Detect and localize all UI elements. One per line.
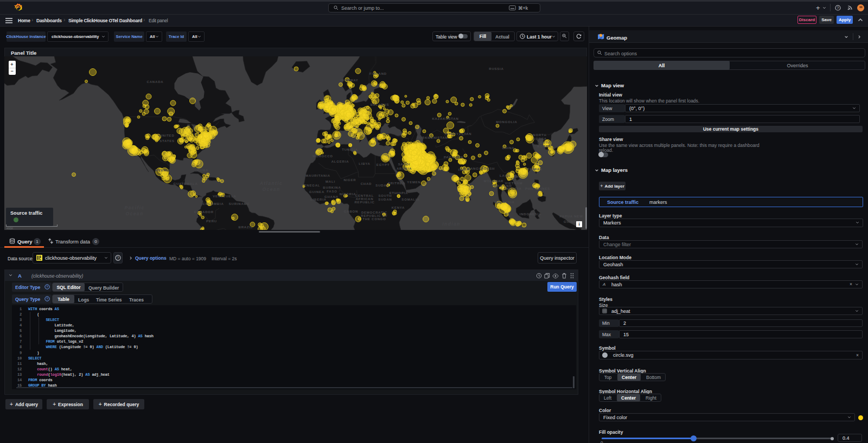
svg-text:?: ?	[46, 285, 48, 288]
svg-text:REPUBLIC: REPUBLIC	[354, 201, 374, 204]
svg-text:MYANMAR: MYANMAR	[484, 179, 503, 183]
svg-text:?: ?	[837, 6, 839, 10]
svg-text:MEXICO: MEXICO	[155, 169, 170, 172]
svg-text:CHINA: CHINA	[502, 146, 515, 150]
svg-text:UNITED: UNITED	[159, 134, 174, 137]
svg-text:CANADA: CANADA	[147, 80, 164, 84]
svg-text:SOMALIA: SOMALIA	[401, 198, 419, 201]
svg-text:FASO: FASO	[327, 190, 337, 193]
svg-text:PAPUA NEW: PAPUA NEW	[559, 215, 583, 218]
svg-text:STATES: STATES	[159, 139, 175, 143]
svg-text:SOUTH: SOUTH	[379, 194, 392, 197]
svg-text:BELARUS: BELARUS	[371, 103, 390, 106]
svg-text:ECUADOR: ECUADOR	[194, 210, 214, 214]
svg-text:Indian: Indian	[442, 221, 460, 227]
svg-text:MALI: MALI	[326, 180, 335, 183]
svg-text:Atlantic: Atlantic	[259, 181, 283, 186]
svg-text:MOROCCO: MOROCCO	[312, 155, 333, 158]
svg-text:GUINEA: GUINEA	[309, 190, 324, 194]
svg-text:ERITREA: ERITREA	[388, 182, 405, 185]
svg-text:GABON: GABON	[344, 210, 358, 213]
svg-text:GHANA: GHANA	[324, 195, 339, 198]
svg-text:SAUDI: SAUDI	[398, 163, 411, 166]
svg-text:CHAD: CHAD	[361, 182, 372, 185]
svg-text:CUBA: CUBA	[197, 169, 209, 172]
svg-text:KYRGYZSTAN: KYRGYZSTAN	[445, 132, 472, 136]
svg-text:LIBYA: LIBYA	[359, 162, 370, 165]
svg-text:Pacific: Pacific	[124, 205, 144, 210]
svg-text:Ocean: Ocean	[263, 187, 280, 192]
svg-text:COLOMBIA: COLOMBIA	[202, 202, 224, 206]
svg-text:MAURITANIA: MAURITANIA	[305, 174, 330, 177]
svg-text:LAOS: LAOS	[500, 174, 510, 177]
svg-text:BANGLADESH: BANGLADESH	[468, 167, 495, 170]
svg-text:PHILIPPINES: PHILIPPINES	[525, 187, 550, 190]
svg-text:GUATEMALA: GUATEMALA	[173, 182, 197, 185]
svg-text:NORWAY: NORWAY	[341, 79, 358, 82]
svg-text:NIGERIA: NIGERIA	[340, 192, 356, 196]
svg-text:ALGERIA: ALGERIA	[331, 160, 349, 163]
svg-text:SUDAN: SUDAN	[375, 184, 389, 187]
svg-text:SENEGAL: SENEGAL	[302, 184, 321, 187]
svg-text:RUSSIA: RUSSIA	[489, 67, 503, 70]
svg-text:ARABIA: ARABIA	[397, 167, 412, 170]
svg-text:PERU: PERU	[206, 220, 217, 223]
svg-text:KOREA: KOREA	[537, 145, 551, 148]
svg-text:THE CONGO: THE CONGO	[362, 217, 386, 221]
svg-text:KAZAKHSTAN: KAZAKHSTAN	[432, 117, 458, 120]
svg-text:?: ?	[117, 256, 119, 260]
svg-text:NORTH: NORTH	[533, 133, 546, 137]
svg-text:YEMEN: YEMEN	[407, 181, 420, 184]
svg-text:VENEZUELA: VENEZUELA	[213, 195, 237, 198]
svg-text:BRAZIL: BRAZIL	[239, 226, 253, 229]
svg-text:TURKMENISTAN: TURKMENISTAN	[417, 136, 448, 139]
svg-text:TUNISIA: TUNISIA	[342, 148, 358, 151]
svg-text:Ocean: Ocean	[126, 211, 144, 216]
svg-text:BURKINA: BURKINA	[323, 186, 341, 189]
svg-text:KOREA: KOREA	[533, 137, 547, 140]
svg-text:INDIA: INDIA	[458, 168, 469, 171]
svg-text:?: ?	[46, 297, 48, 300]
svg-text:ETHIOPIA: ETHIOPIA	[390, 191, 409, 195]
svg-text:FINLAND: FINLAND	[369, 72, 387, 75]
svg-text:INDONESIA: INDONESIA	[520, 213, 542, 216]
svg-text:MALAYSIA: MALAYSIA	[494, 201, 514, 204]
svg-text:THAILAND: THAILAND	[492, 184, 512, 188]
svg-text:TAIWAN: TAIWAN	[527, 168, 542, 171]
svg-text:MONGOLIA: MONGOLIA	[496, 120, 517, 124]
svg-text:PAKISTAN: PAKISTAN	[444, 156, 463, 159]
svg-text:LIBERIA: LIBERIA	[310, 198, 327, 201]
svg-text:NIGER: NIGER	[343, 178, 356, 182]
svg-text:SOUTH: SOUTH	[538, 141, 551, 144]
svg-text:KENYA: KENYA	[392, 206, 405, 209]
svg-text:SUDAN: SUDAN	[378, 198, 392, 201]
svg-text:EGYPT: EGYPT	[376, 163, 390, 166]
svg-text:SURINAME: SURINAME	[229, 202, 250, 206]
